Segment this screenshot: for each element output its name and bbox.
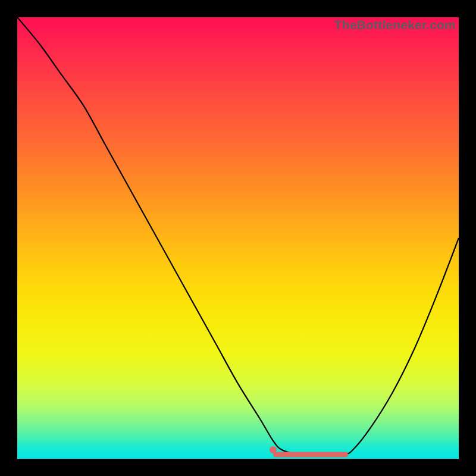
bottleneck-curve [17,17,459,459]
chart-stage: TheBottleneker.com [0,0,476,476]
flat-segment-marker [273,452,348,457]
plot-area [17,17,459,459]
brand-watermark: TheBottleneker.com [334,18,456,32]
